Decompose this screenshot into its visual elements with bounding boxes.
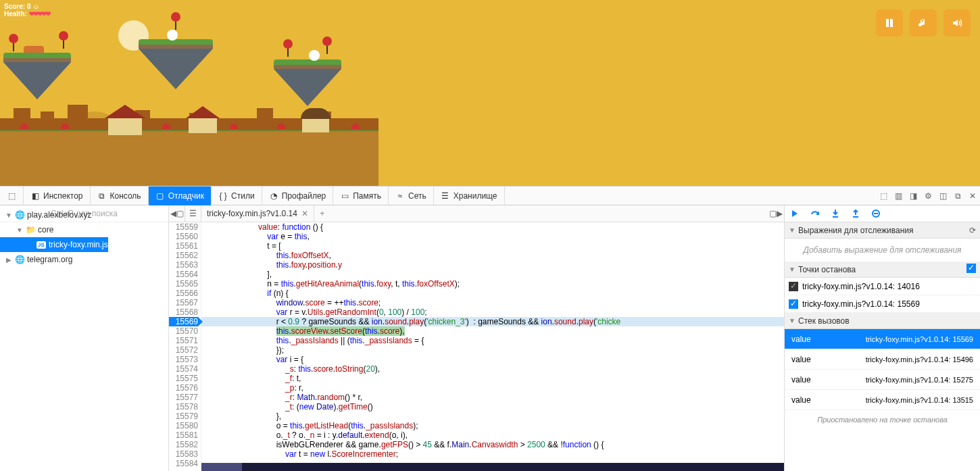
close-tab-icon[interactable]: ✕ bbox=[301, 209, 308, 218]
line-number[interactable]: 15581 bbox=[169, 430, 198, 440]
dock-side-icon[interactable]: ◫ bbox=[935, 187, 950, 205]
pause-button[interactable] bbox=[876, 9, 903, 36]
breakpoint-item[interactable]: tricky-foxy.min.js?v1.0.14: 14016 bbox=[785, 278, 980, 295]
line-number[interactable]: 15575 bbox=[169, 374, 198, 383]
line-number[interactable]: 15582 bbox=[169, 440, 198, 449]
twisty-icon: ▶ bbox=[5, 256, 12, 264]
score-value: 0 bbox=[27, 3, 31, 10]
callstack-frame[interactable]: valuetricky-foxy.min.js?v1.0.14: 13515 bbox=[785, 390, 980, 410]
code-line: var t = new l.ScoreIncrementer; bbox=[201, 449, 784, 459]
new-tab-icon[interactable]: + bbox=[314, 209, 330, 218]
watch-panel-header[interactable]: ▼Выражения для отслеживания ⟳ bbox=[785, 222, 980, 239]
breakpoints-toggle-all-icon[interactable] bbox=[966, 264, 976, 275]
house-graphic bbox=[186, 106, 220, 133]
file-tab[interactable]: tricky-foxy.min.js?v1.0.14 ✕ bbox=[201, 205, 314, 222]
toolbox-dock-icon[interactable]: ◨ bbox=[906, 187, 921, 205]
code-line: r < 0.9 ? gameSounds && ion.sound.play('… bbox=[201, 317, 784, 326]
code-line: this.foxOffsetX, bbox=[201, 251, 784, 260]
code-line: ], bbox=[201, 270, 784, 279]
line-number[interactable]: 15578 bbox=[169, 402, 198, 412]
line-number[interactable]: 15584 bbox=[169, 459, 198, 468]
step-in-button[interactable] bbox=[829, 207, 841, 220]
line-number[interactable]: 15565 bbox=[169, 279, 198, 289]
health-hearts: ❤❤❤❤❤ bbox=[29, 10, 49, 18]
line-number[interactable]: 15576 bbox=[169, 383, 198, 393]
tab-console[interactable]: ⧉Консоль bbox=[91, 187, 149, 205]
line-number[interactable]: 15564 bbox=[169, 270, 198, 279]
tab-network[interactable]: ≈Сеть bbox=[389, 187, 434, 205]
line-number[interactable]: 15577 bbox=[169, 393, 198, 402]
callstack-frame[interactable]: valuetricky-foxy.min.js?v1.0.14: 15569 bbox=[785, 329, 980, 349]
settings-icon[interactable]: ⚙ bbox=[921, 187, 935, 205]
line-number[interactable]: 15572 bbox=[169, 345, 198, 355]
svg-rect-2 bbox=[41, 111, 54, 132]
code-line: _p: r, bbox=[201, 383, 784, 393]
iframe-picker[interactable]: ⬚ bbox=[0, 187, 24, 205]
refresh-icon[interactable]: ⟳ bbox=[969, 226, 976, 235]
line-number[interactable]: 15574 bbox=[169, 364, 198, 374]
svg-rect-9 bbox=[890, 19, 893, 27]
svg-rect-3 bbox=[68, 105, 88, 132]
toggle-right-pane-icon[interactable]: ▢▶ bbox=[768, 205, 784, 222]
line-number[interactable]: 15583 bbox=[169, 449, 198, 459]
line-number[interactable]: 15579 bbox=[169, 412, 198, 421]
debugger-side-panel: ▼Выражения для отслеживания ⟳ Добавить в… bbox=[784, 205, 980, 471]
callstack-frame[interactable]: valuetricky-foxy.min.js?v1.0.14: 15496 bbox=[785, 349, 980, 370]
tab-storage[interactable]: ☰Хранилище bbox=[434, 187, 505, 205]
line-number[interactable]: 15570 bbox=[169, 326, 198, 336]
tab-styles[interactable]: { }Стили bbox=[212, 187, 262, 205]
responsive-mode-icon[interactable]: ⬚ bbox=[876, 187, 891, 205]
code-editor[interactable]: 1555915560155611556215563155641556515566… bbox=[169, 222, 784, 471]
sound-button[interactable] bbox=[944, 9, 971, 36]
toggle-sources-icon[interactable]: ◀▢ bbox=[169, 205, 185, 222]
code-line: _f: t, bbox=[201, 374, 784, 383]
source-tree-item[interactable]: ▼🌐play.alexbelov.xyz bbox=[0, 207, 108, 222]
line-number[interactable]: 15580 bbox=[169, 421, 198, 430]
resume-button[interactable] bbox=[789, 207, 801, 220]
deactivate-breakpoints-button[interactable] bbox=[870, 207, 882, 220]
code-line: _s: this.score.toString(20), bbox=[201, 364, 784, 374]
line-number[interactable]: 15566 bbox=[169, 289, 198, 298]
code-line: var i = { bbox=[201, 355, 784, 364]
horizontal-scrollbar[interactable] bbox=[201, 463, 784, 471]
source-outline-icon[interactable]: ☰ bbox=[185, 205, 201, 222]
js-file-icon: JS bbox=[36, 241, 46, 249]
line-number[interactable]: 15571 bbox=[169, 336, 198, 345]
callstack-panel-header[interactable]: ▼Стек вызовов bbox=[785, 313, 980, 329]
line-number[interactable]: 15563 bbox=[169, 260, 198, 270]
tab-memory[interactable]: ▭Память bbox=[333, 187, 389, 205]
code-line: _t: (new Date).getTime() bbox=[201, 402, 784, 412]
line-number[interactable]: 15561 bbox=[169, 241, 198, 251]
music-button[interactable] bbox=[910, 9, 937, 36]
step-out-button[interactable] bbox=[850, 207, 862, 220]
line-number[interactable]: 15560 bbox=[169, 232, 198, 241]
tab-profiler[interactable]: ◔Профайлер bbox=[262, 187, 334, 205]
breakpoint-checkbox[interactable] bbox=[789, 282, 798, 291]
close-devtools-icon[interactable]: ✕ bbox=[965, 187, 980, 205]
sources-panel: Ctrl+P для поиска ▼🌐play.alexbelov.xyz▼📁… bbox=[0, 205, 169, 471]
line-number[interactable]: 15559 bbox=[169, 222, 198, 232]
toolbox-options-icon[interactable]: ▥ bbox=[891, 187, 906, 205]
source-tree-item[interactable]: ▼📁core bbox=[0, 222, 108, 237]
callstack-frame[interactable]: valuetricky-foxy.min.js?v1.0.14: 15275 bbox=[785, 370, 980, 390]
popout-icon[interactable]: ⧉ bbox=[950, 187, 965, 205]
ground bbox=[0, 132, 378, 186]
step-over-button[interactable] bbox=[809, 207, 821, 220]
breakpoint-checkbox[interactable] bbox=[789, 299, 798, 309]
code-line: window.score = ++this.score; bbox=[201, 298, 784, 307]
line-number[interactable]: 15573 bbox=[169, 355, 198, 364]
breakpoint-item[interactable]: tricky-foxy.min.js?v1.0.14: 15569 bbox=[785, 295, 980, 313]
tab-debugger[interactable]: ▢Отладчик bbox=[149, 187, 212, 205]
source-tree-item[interactable]: ▶🌐telegram.org bbox=[0, 252, 108, 267]
code-line: value: function () { bbox=[201, 222, 784, 232]
source-file-selected[interactable]: JStricky-foxy.min.js bbox=[0, 237, 108, 252]
floating-island bbox=[139, 39, 213, 89]
line-number[interactable]: 15568 bbox=[169, 307, 198, 317]
breakpoints-panel-header[interactable]: ▼Точки останова bbox=[785, 262, 980, 278]
watch-placeholder[interactable]: Добавить выражение для отслеживания bbox=[785, 239, 980, 262]
line-number[interactable]: 15567 bbox=[169, 298, 198, 307]
line-number[interactable]: 15569 bbox=[169, 317, 198, 326]
tab-inspector[interactable]: ◧Инспектор bbox=[24, 187, 91, 205]
line-number[interactable]: 15562 bbox=[169, 251, 198, 260]
folder-icon: 📁 bbox=[26, 225, 35, 234]
